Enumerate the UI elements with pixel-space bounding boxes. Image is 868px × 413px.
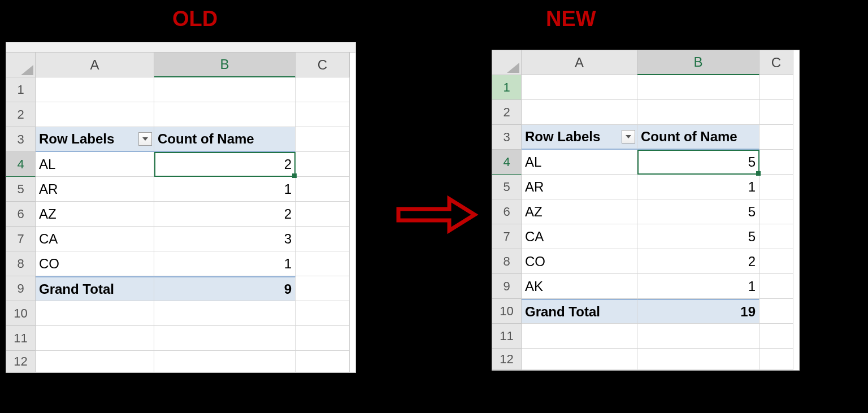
col-header-B[interactable]: B	[637, 50, 760, 75]
pivot-data-label[interactable]: CO	[36, 251, 154, 276]
row-header[interactable]: 9	[492, 274, 522, 299]
pivot-grand-total-label[interactable]: Grand Total	[522, 299, 637, 324]
pivot-data-label[interactable]: AR	[36, 177, 154, 202]
cell[interactable]	[154, 351, 296, 372]
filter-dropdown-icon[interactable]	[622, 130, 635, 144]
cell[interactable]	[296, 351, 350, 372]
row-header[interactable]: 7	[492, 224, 522, 249]
filter-dropdown-icon[interactable]	[138, 132, 152, 146]
row-header[interactable]: 1	[6, 77, 36, 102]
row-header[interactable]: 11	[6, 326, 36, 351]
pivot-data-label[interactable]: CO	[522, 249, 637, 274]
cell[interactable]	[637, 100, 760, 125]
cell[interactable]	[760, 100, 793, 125]
pivot-grand-total-label[interactable]: Grand Total	[36, 276, 154, 301]
cell[interactable]	[154, 326, 296, 351]
row-header[interactable]: 4	[492, 150, 522, 175]
row-header[interactable]: 5	[6, 177, 36, 202]
col-header-C[interactable]: C	[296, 53, 350, 77]
pivot-data-label[interactable]: AK	[522, 274, 637, 299]
pivot-count-header[interactable]: Count of Name	[637, 125, 760, 150]
cell[interactable]	[760, 125, 793, 150]
cell[interactable]	[760, 349, 793, 370]
cell[interactable]	[522, 349, 637, 370]
row-header[interactable]: 12	[6, 351, 36, 372]
cell[interactable]	[760, 274, 793, 299]
cell[interactable]	[36, 77, 154, 102]
pivot-data-value[interactable]: 3	[154, 227, 296, 251]
pivot-grand-total-value[interactable]: 19	[637, 299, 760, 324]
col-header-A[interactable]: A	[36, 53, 154, 77]
pivot-grand-total-value[interactable]: 9	[154, 276, 296, 301]
pivot-data-value[interactable]: 1	[637, 175, 760, 199]
cell[interactable]	[637, 324, 760, 349]
pivot-data-value[interactable]: 1	[637, 274, 760, 299]
row-header[interactable]: 8	[6, 251, 36, 276]
row-header[interactable]: 6	[6, 202, 36, 227]
row-header[interactable]: 3	[6, 127, 36, 152]
cell[interactable]	[296, 251, 350, 276]
row-header[interactable]: 8	[492, 249, 522, 274]
cell[interactable]	[637, 75, 760, 100]
cell[interactable]	[760, 299, 793, 324]
cell[interactable]	[522, 324, 637, 349]
row-header[interactable]: 7	[6, 227, 36, 251]
row-header[interactable]: 6	[492, 199, 522, 224]
row-header[interactable]: 3	[492, 125, 522, 150]
pivot-data-label[interactable]: CA	[522, 224, 637, 249]
cell[interactable]	[296, 276, 350, 301]
row-header[interactable]: 10	[6, 301, 36, 326]
pivot-count-header[interactable]: Count of Name	[154, 127, 296, 152]
cell[interactable]	[154, 301, 296, 326]
cell[interactable]	[760, 249, 793, 274]
cell[interactable]	[760, 224, 793, 249]
cell[interactable]	[296, 301, 350, 326]
cell[interactable]	[296, 177, 350, 202]
pivot-data-value[interactable]: 5	[637, 224, 760, 249]
cell[interactable]	[760, 75, 793, 100]
pivot-data-label[interactable]: CA	[36, 227, 154, 251]
cell[interactable]	[296, 227, 350, 251]
cell[interactable]	[296, 102, 350, 127]
pivot-data-value[interactable]: 1	[154, 251, 296, 276]
pivot-data-value[interactable]: 5	[637, 199, 760, 224]
cell[interactable]	[36, 351, 154, 372]
select-all-corner[interactable]	[492, 50, 522, 75]
cell[interactable]	[36, 301, 154, 326]
cell[interactable]	[296, 326, 350, 351]
cell[interactable]	[296, 152, 350, 177]
cell[interactable]	[522, 75, 637, 100]
pivot-row-labels-header[interactable]: Row Labels	[522, 125, 637, 150]
pivot-data-value[interactable]: 2	[154, 202, 296, 227]
cell[interactable]	[760, 175, 793, 199]
cell[interactable]	[760, 324, 793, 349]
cell[interactable]	[154, 77, 296, 102]
cell[interactable]	[154, 102, 296, 127]
row-header[interactable]: 4	[6, 152, 36, 177]
cell[interactable]	[296, 202, 350, 227]
row-header[interactable]: 11	[492, 324, 522, 349]
row-header[interactable]: 9	[6, 276, 36, 301]
cell[interactable]	[36, 102, 154, 127]
cell[interactable]	[296, 127, 350, 152]
pivot-row-labels-header[interactable]: Row Labels	[36, 127, 154, 152]
cell[interactable]	[522, 100, 637, 125]
pivot-data-value[interactable]: 2	[637, 249, 760, 274]
row-header[interactable]: 2	[6, 102, 36, 127]
col-header-C[interactable]: C	[760, 50, 793, 75]
row-header[interactable]: 12	[492, 349, 522, 370]
col-header-B[interactable]: B	[154, 53, 296, 77]
pivot-data-value[interactable]: 5	[637, 150, 760, 175]
pivot-data-label[interactable]: AL	[36, 152, 154, 177]
pivot-data-label[interactable]: AR	[522, 175, 637, 199]
row-header[interactable]: 10	[492, 299, 522, 324]
cell[interactable]	[760, 199, 793, 224]
pivot-data-value[interactable]: 2	[154, 152, 296, 177]
row-header[interactable]: 5	[492, 175, 522, 199]
row-header[interactable]: 1	[492, 75, 522, 100]
cell[interactable]	[760, 150, 793, 175]
col-header-A[interactable]: A	[522, 50, 637, 75]
pivot-data-value[interactable]: 1	[154, 177, 296, 202]
pivot-data-label[interactable]: AZ	[36, 202, 154, 227]
cell[interactable]	[296, 77, 350, 102]
